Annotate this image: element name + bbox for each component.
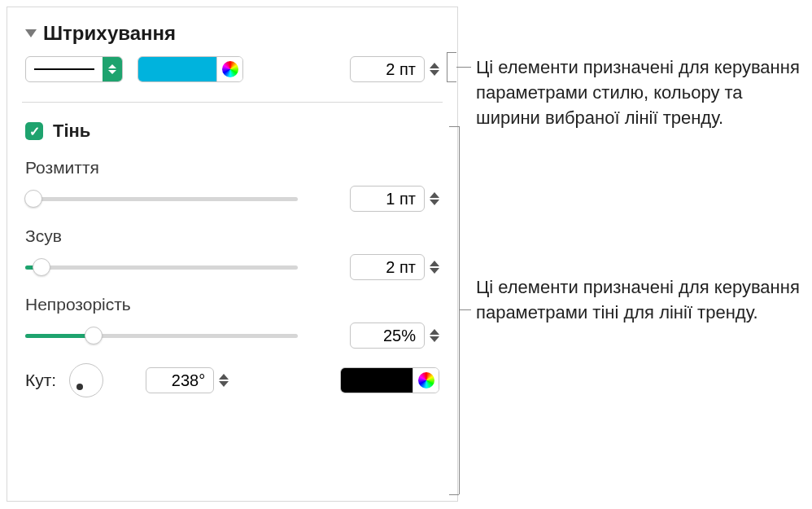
stepper-down-icon[interactable] <box>430 336 439 342</box>
divider <box>22 102 443 103</box>
opacity-group: Непрозорість <box>25 295 439 349</box>
color-wheel-icon <box>418 372 434 388</box>
callout-line <box>449 494 459 495</box>
stroke-annotation: Ці елементи призначені для керування пар… <box>476 55 801 130</box>
offset-slider[interactable] <box>25 259 298 275</box>
stepper-down-icon[interactable] <box>430 70 439 76</box>
callout-bracket <box>447 52 447 81</box>
callout-line <box>459 309 471 310</box>
checkmark-icon: ✓ <box>29 124 40 139</box>
stroke-color-wheel-button[interactable] <box>216 57 242 81</box>
stroke-width-field <box>350 56 439 82</box>
slider-thumb[interactable] <box>85 327 103 344</box>
angle-input[interactable] <box>146 367 214 393</box>
callout-line <box>456 67 471 68</box>
shadow-color-swatch[interactable] <box>341 368 413 393</box>
angle-dial[interactable] <box>69 363 103 397</box>
blur-group: Розмиття <box>25 158 439 212</box>
offset-stepper[interactable] <box>430 261 439 274</box>
stroke-width-input[interactable] <box>350 56 425 82</box>
blur-stepper[interactable] <box>430 192 439 205</box>
stroke-controls-row <box>25 56 439 82</box>
shadow-label: Тінь <box>53 121 90 142</box>
slider-thumb[interactable] <box>33 258 50 276</box>
stepper-up-icon[interactable] <box>430 261 439 266</box>
stepper-down-icon[interactable] <box>219 381 229 387</box>
line-style-preview-icon <box>34 68 94 70</box>
opacity-label: Непрозорість <box>25 295 439 314</box>
callout-bracket <box>459 126 460 494</box>
stroke-color-well[interactable] <box>138 56 243 82</box>
offset-label: Зсув <box>25 226 439 246</box>
stroke-color-swatch[interactable] <box>138 57 216 81</box>
callout-line <box>447 52 456 53</box>
angle-row: Кут: <box>25 363 439 397</box>
line-style-dropdown-button[interactable] <box>103 57 122 81</box>
stepper-up-icon[interactable] <box>430 329 439 335</box>
stepper-down-icon[interactable] <box>430 268 439 274</box>
stepper-up-icon[interactable] <box>430 192 439 198</box>
opacity-input[interactable] <box>350 323 425 349</box>
stepper-up-icon[interactable] <box>219 374 229 380</box>
stroke-section-header[interactable]: Штрихування <box>25 22 439 45</box>
style-panel: Штрихування ✓ Тінь Р <box>7 7 458 502</box>
slider-thumb[interactable] <box>24 190 42 208</box>
shadow-checkbox[interactable]: ✓ <box>25 122 43 140</box>
stroke-width-stepper[interactable] <box>430 63 439 76</box>
angle-label: Кут: <box>25 371 56 390</box>
angle-indicator-icon <box>76 384 83 390</box>
opacity-stepper[interactable] <box>430 329 439 342</box>
stroke-title: Штрихування <box>43 22 176 45</box>
opacity-slider[interactable] <box>25 327 298 344</box>
callout-line <box>447 81 456 82</box>
shadow-color-well[interactable] <box>340 367 439 393</box>
offset-input[interactable] <box>350 254 425 280</box>
shadow-color-wheel-button[interactable] <box>413 368 439 393</box>
blur-slider[interactable] <box>25 191 298 207</box>
line-style-select[interactable] <box>25 56 123 82</box>
shadow-checkbox-row: ✓ Тінь <box>25 121 439 142</box>
blur-label: Розмиття <box>25 158 439 178</box>
color-wheel-icon <box>222 61 238 77</box>
stepper-up-icon[interactable] <box>430 63 439 68</box>
angle-stepper[interactable] <box>219 374 229 387</box>
offset-group: Зсув <box>25 226 439 280</box>
blur-input[interactable] <box>350 186 425 212</box>
disclosure-triangle-icon[interactable] <box>25 29 37 37</box>
callout-line <box>449 126 459 127</box>
stepper-down-icon[interactable] <box>430 200 439 205</box>
shadow-annotation: Ці елементи призначені для керування пар… <box>476 275 801 326</box>
